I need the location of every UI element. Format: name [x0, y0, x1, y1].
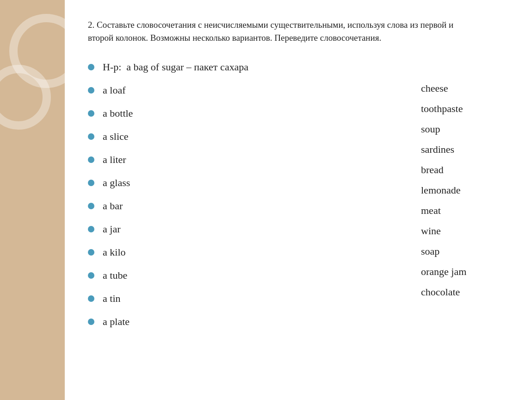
list-item: a tube: [88, 265, 416, 286]
left-item-7: a kilo: [103, 246, 126, 258]
list-item: a kilo: [88, 242, 416, 262]
right-item-7: wine: [416, 221, 509, 241]
exercise-area: Н-р: a bag of sugar – пакет сахара a loa…: [88, 57, 509, 386]
right-item-2: soup: [416, 119, 509, 139]
left-item-3: a liter: [103, 154, 126, 166]
bullet-8: [88, 272, 94, 279]
bullet-6: [88, 226, 94, 232]
bullet-10: [88, 319, 94, 325]
bullet-0: [88, 87, 94, 94]
example-label: Н-р: a bag of sugar – пакет сахара: [103, 61, 248, 73]
left-item-0: a loaf: [103, 84, 125, 96]
main-content: 2. Составьте словосочетания с неисчисляе…: [65, 0, 532, 400]
bullet-5: [88, 203, 94, 209]
left-item-1: a bottle: [103, 107, 133, 119]
bullet-7: [88, 249, 94, 256]
left-item-4: a glass: [103, 177, 130, 189]
bullet-example: [88, 64, 94, 70]
example-row: Н-р: a bag of sugar – пакет сахара: [88, 57, 416, 77]
left-item-8: a tube: [103, 269, 127, 281]
left-item-6: a jar: [103, 223, 120, 235]
bullet-4: [88, 180, 94, 186]
list-item: a plate: [88, 312, 416, 332]
left-column: Н-р: a bag of sugar – пакет сахара a loa…: [88, 57, 416, 386]
list-item: a jar: [88, 219, 416, 239]
left-item-10: a plate: [103, 316, 130, 328]
right-item-9: orange jam: [416, 262, 509, 282]
left-item-5: a bar: [103, 200, 123, 212]
right-item-6: meat: [416, 200, 509, 221]
list-item: a glass: [88, 173, 416, 193]
right-item-8: soap: [416, 241, 509, 262]
right-column: cheese toothpaste soup sardines bread le…: [416, 57, 509, 386]
right-item-5: lemonade: [416, 180, 509, 200]
right-item-0: cheese: [416, 78, 509, 99]
bullet-2: [88, 133, 94, 140]
right-item-1: toothpaste: [416, 99, 509, 119]
list-item: a liter: [88, 150, 416, 170]
bullet-1: [88, 110, 94, 117]
list-item: a loaf: [88, 80, 416, 100]
left-item-2: a slice: [103, 131, 129, 143]
list-item: a tin: [88, 288, 416, 309]
left-sidebar: [0, 0, 65, 400]
right-item-4: bread: [416, 160, 509, 180]
bullet-9: [88, 295, 94, 302]
list-item: a bottle: [88, 103, 416, 124]
left-item-9: a tin: [103, 293, 121, 305]
instruction-text: 2. Составьте словосочетания с неисчисляе…: [88, 19, 467, 44]
list-item: a bar: [88, 196, 416, 216]
right-item-10: chocolate: [416, 282, 509, 302]
bullet-3: [88, 156, 94, 163]
list-item: a slice: [88, 126, 416, 147]
right-item-3: sardines: [416, 139, 509, 160]
